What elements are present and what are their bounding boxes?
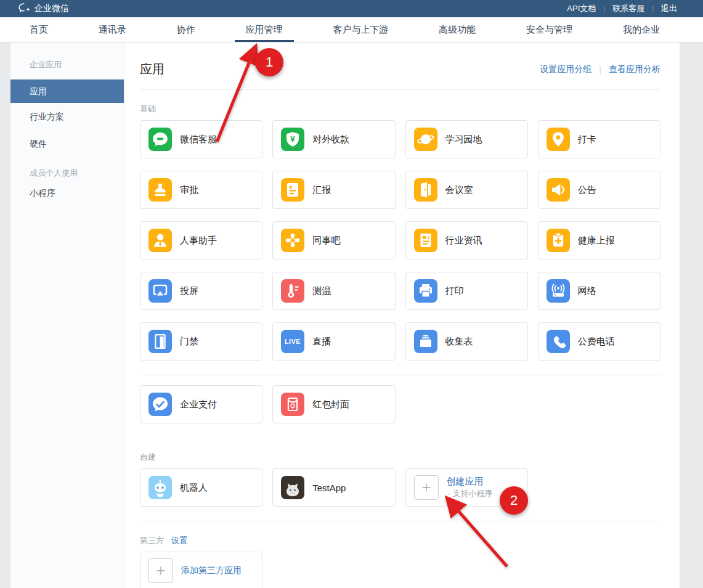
- app-card[interactable]: 测温: [272, 272, 395, 310]
- app-card[interactable]: 健康上报: [538, 221, 660, 259]
- screen-cast-icon: [148, 279, 172, 303]
- plus-icon: [148, 558, 173, 583]
- app-card[interactable]: 微信客服: [140, 120, 262, 158]
- app-label: 公费电话: [578, 336, 615, 348]
- app-card[interactable]: LIVE直播: [272, 322, 395, 361]
- separator: |: [644, 5, 661, 12]
- app-card[interactable]: 企业支付: [140, 385, 262, 423]
- app-card[interactable]: 审批: [140, 171, 262, 209]
- app-label: 门禁: [180, 336, 198, 348]
- nav-advanced[interactable]: 高级功能: [439, 17, 476, 42]
- app-label: 直播: [312, 336, 331, 348]
- app-card[interactable]: 打卡: [538, 120, 660, 158]
- wecom-brand[interactable]: 企业微信: [18, 3, 69, 15]
- nav-customers[interactable]: 客户与上下游: [333, 17, 388, 42]
- location-pin-icon: [547, 128, 570, 151]
- app-label: 同事吧: [312, 235, 340, 247]
- add-thirdparty-app-label: 添加第三方应用: [181, 565, 242, 576]
- app-label: TestApp: [312, 483, 346, 493]
- section-label-basic: 基础: [140, 104, 660, 115]
- extra-apps-grid: 企业支付红包封面: [140, 385, 660, 423]
- sidebar-item-hardware[interactable]: 硬件: [10, 130, 124, 157]
- app-card[interactable]: 公费电话: [538, 322, 660, 361]
- app-card[interactable]: 公告: [538, 171, 660, 209]
- collect-box-icon: [414, 330, 437, 353]
- nav-app-management[interactable]: 应用管理: [246, 17, 283, 42]
- thirdparty-grid: 添加第三方应用: [140, 552, 660, 588]
- app-card[interactable]: TestApp: [272, 468, 395, 507]
- separator: |: [596, 5, 612, 12]
- app-card[interactable]: 红包封面: [272, 385, 395, 423]
- printer-icon: [414, 279, 437, 303]
- custom-apps-grid: 机器人TestApp 创建应用 · 支持小程序: [140, 468, 660, 507]
- four-dots-icon: [281, 229, 304, 252]
- sidebar-item-apps[interactable]: 应用: [10, 80, 124, 103]
- app-card[interactable]: 投屏: [140, 272, 262, 310]
- megaphone-icon: [547, 178, 570, 202]
- section-divider: [140, 375, 660, 375]
- report-doc-icon: [281, 178, 304, 202]
- create-app-button[interactable]: 创建应用 · 支持小程序: [405, 468, 528, 507]
- app-label: 企业支付: [180, 399, 217, 410]
- header-rule: [140, 89, 660, 90]
- person-icon: [148, 229, 172, 252]
- app-label: 机器人: [180, 482, 208, 494]
- sidebar-header-personal-use: 成员个人使用: [10, 167, 124, 179]
- app-card[interactable]: 收集表: [405, 322, 528, 361]
- cat-photo: [281, 476, 304, 499]
- set-app-groups-link[interactable]: 设置应用分组: [540, 64, 591, 75]
- news-icon: [414, 229, 437, 252]
- logout-link[interactable]: 退出: [661, 3, 677, 14]
- nav-security[interactable]: 安全与管理: [526, 17, 572, 42]
- app-label: 会议室: [445, 184, 473, 196]
- section-label-thirdparty: 第三方: [140, 535, 164, 546]
- nav-my-company[interactable]: 我的企业: [623, 17, 660, 42]
- view-app-analytics-link[interactable]: 查看应用分析: [609, 64, 660, 75]
- thirdparty-row: 第三方 设置: [140, 535, 660, 546]
- app-card[interactable]: 网络: [538, 272, 660, 310]
- robot-icon: [148, 476, 172, 499]
- pay-bubble-check-icon: [148, 393, 172, 416]
- app-label: 公告: [578, 184, 596, 196]
- api-docs-link[interactable]: API文档: [567, 3, 596, 14]
- app-label: 健康上报: [578, 235, 615, 247]
- chat-bubble-icon: [148, 128, 172, 151]
- sidebar-item-industry-solutions[interactable]: 行业方案: [10, 103, 124, 130]
- wecom-logo-icon: [18, 3, 31, 15]
- app-card[interactable]: 人事助手: [140, 221, 262, 259]
- nav-collaboration[interactable]: 协作: [177, 17, 195, 42]
- svg-text:¥: ¥: [291, 134, 296, 144]
- topbar-links: API文档 | 联系客服 | 退出: [567, 3, 677, 14]
- app-card[interactable]: ¥对外收款: [272, 120, 395, 158]
- app-card[interactable]: 同事吧: [272, 221, 395, 259]
- main-content: 应用 设置应用分组 | 查看应用分析 基础 微信客服¥对外收款学习园地打卡审批汇…: [124, 43, 680, 588]
- thirdparty-settings-link[interactable]: 设置: [171, 535, 187, 546]
- add-thirdparty-app-button[interactable]: 添加第三方应用: [140, 552, 262, 588]
- thermometer-icon: [281, 279, 304, 303]
- app-card[interactable]: 门禁: [140, 322, 262, 361]
- app-card[interactable]: 会议室: [405, 171, 528, 209]
- nav-contacts[interactable]: 通讯录: [99, 17, 126, 42]
- planet-icon: [414, 128, 437, 151]
- app-label: 网络: [578, 285, 596, 297]
- create-app-suffix: · 支持小程序: [448, 489, 493, 498]
- app-card[interactable]: 汇报: [272, 171, 395, 209]
- app-card[interactable]: 打印: [405, 272, 528, 310]
- header-actions: 设置应用分组 | 查看应用分析: [540, 64, 660, 75]
- primary-nav: 首页 通讯录 协作 应用管理 客户与上下游 高级功能 安全与管理 我的企业: [0, 17, 703, 43]
- svg-text:LIVE: LIVE: [285, 338, 301, 345]
- brand-name: 企业微信: [35, 3, 69, 14]
- app-card[interactable]: 行业资讯: [405, 221, 528, 259]
- app-label: 打卡: [578, 134, 596, 145]
- app-label: 收集表: [445, 336, 473, 348]
- stamp-icon: [148, 178, 172, 202]
- page-title: 应用: [140, 61, 165, 78]
- contact-support-link[interactable]: 联系客服: [612, 3, 644, 14]
- app-card[interactable]: 机器人: [140, 468, 262, 507]
- sidebar-item-mini-programs[interactable]: 小程序: [10, 179, 124, 206]
- app-card[interactable]: 学习园地: [405, 120, 528, 158]
- app-label: 行业资讯: [445, 235, 482, 247]
- meeting-room-door-icon: [414, 178, 437, 202]
- nav-home[interactable]: 首页: [30, 17, 48, 42]
- app-label: 审批: [180, 184, 198, 196]
